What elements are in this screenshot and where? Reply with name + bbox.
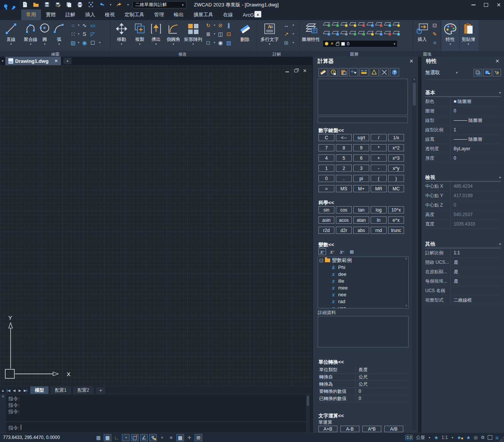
scientific-key[interactable]: d2r <box>336 227 352 234</box>
spline-icon[interactable]: ∿ <box>81 22 88 29</box>
attributes-icon[interactable]: ≡ <box>431 39 438 47</box>
drawing-canvas[interactable]: ✕ Y X <box>0 65 312 387</box>
property-row[interactable]: 線寬 ——— 隨圖層 <box>425 135 501 144</box>
hatch-icon[interactable]: ▨ <box>69 39 77 47</box>
unit-label[interactable]: 公釐 <box>416 434 425 441</box>
collapse-node-icon[interactable]: − <box>320 259 323 262</box>
properties-close-icon[interactable]: ✕ <box>495 58 499 64</box>
object-snap-icon[interactable]: ▢ <box>131 434 139 441</box>
ribbon-tab-manage[interactable]: 管理 <box>149 9 169 20</box>
ribbon-tab-solid[interactable]: 實體 <box>41 9 61 20</box>
layer-delete-icon[interactable] <box>384 30 392 36</box>
numpad-key[interactable]: 6 <box>353 154 369 162</box>
create-block-icon[interactable]: ⊡ <box>431 22 438 29</box>
fullscreen-icon[interactable] <box>488 435 492 440</box>
numpad-key[interactable]: 1/x <box>388 134 404 141</box>
ribbon-collapse-icon[interactable]: ▲ <box>254 11 261 17</box>
view-section-header[interactable]: 檢視 ▾ <box>425 173 501 182</box>
layer-on-icon[interactable] <box>331 21 340 27</box>
numpad-key[interactable]: pi <box>353 175 369 182</box>
numpad-key[interactable]: x^2 <box>388 144 404 151</box>
scientific-key[interactable]: cos <box>336 206 352 213</box>
textop-key[interactable]: A*B <box>362 426 381 432</box>
first-layout-icon[interactable]: |◀ <box>6 389 11 392</box>
unit-row[interactable]: 單位類型 長度 <box>319 366 407 374</box>
layer-lock-icon[interactable] <box>366 21 374 27</box>
basic-section-header[interactable]: 基本 ▾ <box>425 89 501 97</box>
numpad-key[interactable]: MR <box>371 185 387 192</box>
unit-row[interactable]: 轉換自 公尺 <box>319 374 407 381</box>
numpad-key[interactable]: x^3 <box>388 154 404 162</box>
mirror-icon[interactable]: ◫ <box>217 30 224 38</box>
toggle-pickadd-icon[interactable] <box>493 69 501 76</box>
save-as-icon[interactable] <box>54 1 62 8</box>
edit-variable-icon[interactable]: x+ <box>328 248 336 255</box>
table-icon[interactable]: ⊞ <box>282 39 290 47</box>
points-icon[interactable]: ∷ <box>69 30 77 38</box>
ellipse-icon[interactable]: ○ <box>69 22 77 29</box>
numpad-key[interactable]: M+ <box>353 185 369 192</box>
angle-snap-icon[interactable]: ∠ <box>140 434 148 441</box>
chevron-down-icon[interactable]: ▾ <box>292 23 295 27</box>
chevron-down-icon[interactable]: ▾ <box>451 436 454 439</box>
calculator-close-icon[interactable]: ✕ <box>409 58 413 64</box>
variable-item[interactable]: x rad <box>318 298 408 305</box>
numpad-key[interactable]: + <box>371 154 387 162</box>
ribbon-tab-insert[interactable]: 插入 <box>80 9 100 20</box>
unit-row[interactable]: 要轉換的數值 0 <box>319 388 407 395</box>
property-row[interactable]: 註解比例 1:1 <box>425 248 501 258</box>
numpad-header[interactable]: 數字鍵盤<< <box>318 127 344 134</box>
numpad-key[interactable]: x^y <box>388 165 404 172</box>
grid-display-icon[interactable]: ▦ <box>95 434 102 441</box>
open-folder-icon[interactable] <box>32 1 40 8</box>
join-icon[interactable]: ◉ <box>217 39 224 47</box>
variable-item[interactable]: x vee <box>318 305 408 308</box>
scientific-key[interactable]: r2d <box>318 227 334 234</box>
textops-header[interactable]: 文字運算<< <box>318 412 344 419</box>
circle-button[interactable]: 圓 ▾ <box>39 22 50 45</box>
quick-select-icon[interactable] <box>474 69 482 76</box>
erase-button[interactable]: 刪除 <box>237 22 253 43</box>
ribbon-tab-custom-tools[interactable]: 定制工具 <box>120 9 149 20</box>
boundary-icon[interactable]: ☐ <box>89 39 97 47</box>
clear-icon[interactable] <box>318 68 328 76</box>
lineweight-icon[interactable]: ≡ <box>167 434 175 441</box>
layer-state-icon[interactable] <box>366 30 374 36</box>
viewport-grid-icon[interactable]: ⊞ <box>195 434 202 441</box>
textop-key[interactable]: A+B <box>318 426 337 432</box>
workspace-selector[interactable]: 二維草圖與註解 ▾ <box>133 1 186 8</box>
layer-combobox[interactable]: ☀ 0 ▾ <box>323 40 398 47</box>
undo-icon[interactable] <box>98 1 106 8</box>
layer-unlock-icon[interactable] <box>375 21 383 27</box>
paste-to-commandline-icon[interactable]: >_ <box>339 68 348 76</box>
selection-dropdown[interactable]: 無選取 <box>425 69 440 76</box>
prev-layout-icon[interactable]: ◀ <box>11 389 17 392</box>
chevron-down-icon[interactable]: ▾ <box>292 41 295 44</box>
chevron-down-icon[interactable]: ▾ <box>456 71 458 75</box>
dimension-icon[interactable]: ↔ <box>282 22 290 29</box>
calculator-input[interactable] <box>318 117 408 123</box>
layer-bulb-icon[interactable] <box>384 21 392 27</box>
property-row[interactable]: 圖層 0 <box>425 106 501 116</box>
tab-layout2[interactable]: 配置2 <box>73 386 94 394</box>
tab-model[interactable]: 模型 <box>30 386 48 394</box>
snap-icon[interactable]: ▦ <box>104 434 111 441</box>
scientific-key[interactable]: tan <box>353 206 369 213</box>
layer-eye-icon[interactable] <box>392 30 401 36</box>
history-icon[interactable] <box>329 68 338 76</box>
object-track-icon[interactable]: ↯ <box>149 434 157 441</box>
new-document-icon[interactable]: + <box>63 58 72 64</box>
copy-icon[interactable] <box>65 1 73 8</box>
numpad-key[interactable]: sqrt <box>353 134 369 141</box>
unit-row[interactable]: 已轉換的數值 0 <box>319 395 407 402</box>
line-button[interactable]: 直線 ▾ <box>3 22 19 45</box>
ribbon-tab-express[interactable]: 擴展工具 <box>189 9 218 20</box>
property-row[interactable]: 中心點 Y 417.0199 <box>425 191 501 201</box>
chevron-down-icon[interactable]: ▾ <box>77 32 80 36</box>
numpad-key[interactable]: 7 <box>318 144 334 151</box>
property-row[interactable]: 線型 ——— 隨圖層 <box>425 116 501 125</box>
trim-icon[interactable]: ⊘ <box>217 22 224 29</box>
layer-current-icon[interactable] <box>349 30 357 36</box>
arc-button[interactable]: 弧 ▾ <box>53 22 65 45</box>
rectangle-icon[interactable]: ▭ <box>89 22 97 29</box>
